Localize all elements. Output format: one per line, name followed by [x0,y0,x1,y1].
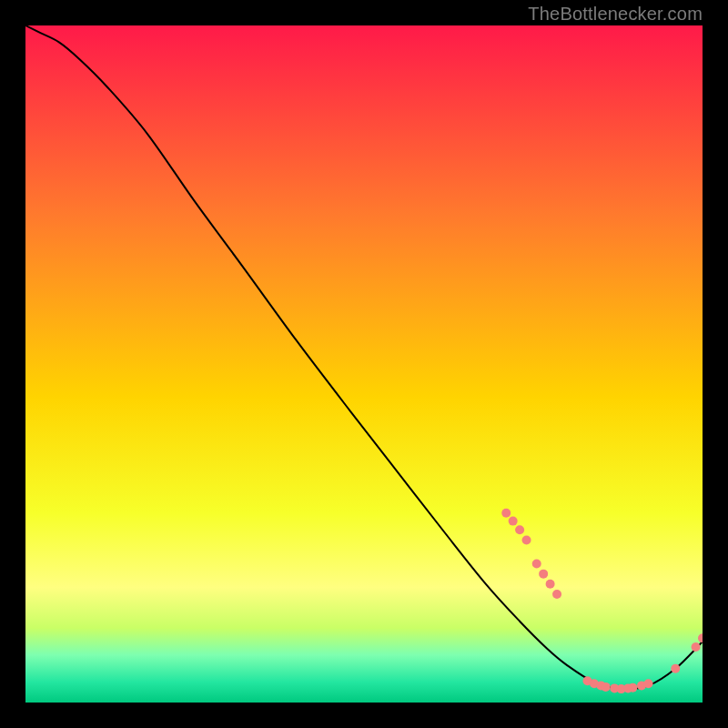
data-dot [509,517,518,526]
data-dot [552,590,561,599]
chart-svg [25,25,703,703]
data-dot [628,683,637,693]
data-dot [515,525,524,534]
data-dot [501,509,511,518]
data-dot [546,580,555,589]
data-dot [643,679,652,688]
data-dot [671,664,680,673]
chart-stage: TheBottlenecker.com [0,0,728,728]
chart-plot-area [25,25,703,703]
gradient-background [25,25,703,703]
data-dot [539,570,548,579]
data-dot [532,559,541,568]
data-dot [602,682,611,692]
data-dot [522,535,531,544]
data-dot [692,642,701,652]
watermark-text: TheBottlenecker.com [528,4,703,25]
